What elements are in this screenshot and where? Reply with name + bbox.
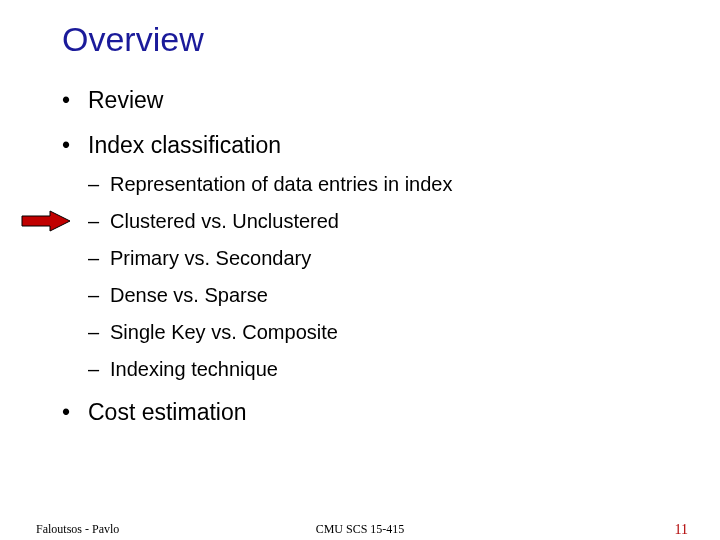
sub-bullet: Single Key vs. Composite xyxy=(88,321,720,344)
sub-bullet-text: Indexing technique xyxy=(110,358,278,380)
slide-content: Review Index classification Representati… xyxy=(0,87,720,426)
sub-bullet: Clustered vs. Unclustered xyxy=(88,210,720,233)
bullet-text: Review xyxy=(88,87,163,113)
sub-bullet: Primary vs. Secondary xyxy=(88,247,720,270)
sub-bullet-text: Clustered vs. Unclustered xyxy=(110,210,339,232)
sub-bullet-text: Dense vs. Sparse xyxy=(110,284,268,306)
bullet-review: Review xyxy=(62,87,720,114)
footer-page-number: 11 xyxy=(675,522,688,538)
sub-bullet: Dense vs. Sparse xyxy=(88,284,720,307)
sub-bullet: Indexing technique xyxy=(88,358,720,381)
footer-course: CMU SCS 15-415 xyxy=(0,522,720,537)
bullet-text: Index classification xyxy=(88,132,281,158)
sub-bullet-text: Single Key vs. Composite xyxy=(110,321,338,343)
slide: Overview Review Index classification Rep… xyxy=(0,0,720,540)
bullet-index-classification: Index classification Representation of d… xyxy=(62,132,720,381)
sub-bullet-text: Primary vs. Secondary xyxy=(110,247,311,269)
bullet-text: Cost estimation xyxy=(88,399,247,425)
sub-bullet: Representation of data entries in index xyxy=(88,173,720,196)
slide-title: Overview xyxy=(0,20,720,59)
sub-bullet-text: Representation of data entries in index xyxy=(110,173,452,195)
bullet-cost-estimation: Cost estimation xyxy=(62,399,720,426)
